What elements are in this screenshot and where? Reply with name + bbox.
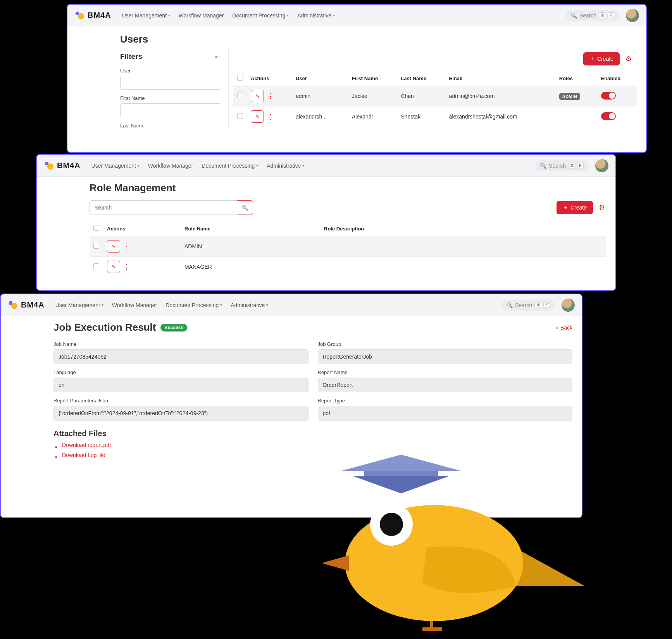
nav-administrative[interactable]: Administrative▾ xyxy=(231,302,268,308)
search-icon: 🔍 xyxy=(540,163,546,169)
brand: BM4A xyxy=(8,300,45,310)
download-report-link[interactable]: ⭳ Download report.pdf xyxy=(53,442,572,448)
users-content: Users Filters ⇤ User First Name Last Nam… xyxy=(67,26,646,134)
edit-button[interactable]: ✎ xyxy=(251,110,264,123)
row-checkbox[interactable] xyxy=(93,263,99,269)
edit-button[interactable]: ✎ xyxy=(107,240,120,253)
nav-links: User Management▾ Workflow Manager Docume… xyxy=(91,163,305,169)
select-all-checkbox[interactable] xyxy=(93,225,99,231)
create-button[interactable]: ＋ Create xyxy=(583,52,620,65)
nav-workflow-manager[interactable]: Workflow Manager xyxy=(112,302,157,308)
enabled-toggle[interactable] xyxy=(601,112,616,120)
edit-button[interactable]: ✎ xyxy=(107,261,120,273)
nav-document-processing[interactable]: Document Processing▾ xyxy=(165,302,222,308)
table-row[interactable]: ✎ ⋮ admin Jackie Chan admin@bm4a.com ADM… xyxy=(233,86,637,106)
gear-icon[interactable]: ⚙ xyxy=(624,55,633,63)
users-table: Actions User First Name Last Name Email … xyxy=(233,71,637,127)
row-checkbox[interactable] xyxy=(93,243,99,249)
more-actions-icon[interactable]: ⋮ xyxy=(267,92,274,100)
global-search[interactable]: 🔍 Search ⌘K xyxy=(501,300,555,311)
edit-button[interactable]: ✎ xyxy=(251,90,264,102)
cell-role-desc xyxy=(320,236,606,257)
role-search-input[interactable] xyxy=(90,200,237,215)
cell-role-name: MANAGER xyxy=(181,257,320,277)
page-title: Users xyxy=(120,33,637,45)
chevron-down-icon: ▾ xyxy=(138,163,140,168)
table-row[interactable]: ✎ ⋮ ADMIN xyxy=(90,236,606,257)
download-icon: ⭳ xyxy=(53,442,59,448)
window-job-result: BM4A User Management▾ Workflow Manager D… xyxy=(0,294,582,518)
create-button[interactable]: ＋ Create xyxy=(557,201,593,214)
pencil-icon: ✎ xyxy=(112,264,116,270)
nav-document-processing[interactable]: Document Processing▾ xyxy=(202,163,258,169)
brand: BM4A xyxy=(74,10,111,21)
nav-workflow-manager[interactable]: Workflow Manager xyxy=(148,163,193,169)
avatar[interactable] xyxy=(562,299,575,312)
search-placeholder: Search xyxy=(579,12,596,19)
pencil-icon: ✎ xyxy=(255,93,260,99)
brand-text: BM4A xyxy=(57,161,81,170)
cell-user: alexandrsh... xyxy=(292,106,348,127)
role-search-button[interactable]: 🔍 xyxy=(237,200,253,215)
filter-user-input[interactable] xyxy=(120,76,221,90)
filter-firstname-input[interactable] xyxy=(120,103,221,117)
nav-user-management[interactable]: User Management▾ xyxy=(91,163,140,169)
table-row[interactable]: ✎ ⋮ alexandrsh... Alexandr Shestak alexa… xyxy=(233,106,637,127)
nav-administrative[interactable]: Administrative▾ xyxy=(267,163,304,169)
nav-user-management[interactable]: User Management▾ xyxy=(122,12,170,19)
language-value: en xyxy=(53,378,308,392)
svg-marker-10 xyxy=(322,555,349,571)
back-link[interactable]: « Back xyxy=(556,325,572,331)
chevron-down-icon: ▾ xyxy=(287,13,289,17)
col-actions: Actions xyxy=(247,71,292,86)
search-icon: 🔍 xyxy=(570,12,577,19)
search-icon: 🔍 xyxy=(506,302,513,308)
nav-document-processing[interactable]: Document Processing▾ xyxy=(232,12,289,19)
row-checkbox[interactable] xyxy=(237,113,243,119)
nav-user-management[interactable]: User Management▾ xyxy=(55,302,103,308)
chevron-down-icon: ▾ xyxy=(256,163,258,168)
more-actions-icon[interactable]: ⋮ xyxy=(267,112,274,121)
search-shortcut: ⌘K xyxy=(568,163,584,168)
status-badge: Success xyxy=(160,324,187,332)
global-search[interactable]: 🔍 Search ⌘K xyxy=(535,160,588,171)
brand-logo-icon xyxy=(74,10,84,21)
topbar: BM4A User Management▾ Workflow Manager D… xyxy=(37,155,615,177)
avatar[interactable] xyxy=(626,9,639,22)
search-placeholder: Search xyxy=(515,302,532,308)
more-actions-icon[interactable]: ⋮ xyxy=(123,263,130,271)
filter-lastname-label: Last Name xyxy=(120,123,221,129)
cell-last: Chan xyxy=(397,86,445,106)
brand-logo-icon xyxy=(44,161,54,171)
collapse-filters-icon[interactable]: ⇤ xyxy=(215,53,220,60)
create-button-label: Create xyxy=(570,204,587,211)
reportname-value: OrderReport xyxy=(318,378,573,392)
more-actions-icon[interactable]: ⋮ xyxy=(123,242,130,251)
row-checkbox[interactable] xyxy=(237,93,243,98)
filters-panel: Filters ⇤ User First Name Last Name xyxy=(120,49,229,129)
users-main: ＋ Create ⚙ Actions User First Name Last … xyxy=(229,49,637,129)
select-all-checkbox[interactable] xyxy=(237,75,243,81)
col-role-name: Role Name xyxy=(181,221,320,236)
download-log-label: Download Log file xyxy=(62,452,105,458)
nav-administrative[interactable]: Administrative▾ xyxy=(297,12,335,19)
attached-files-title: Attached Files xyxy=(53,429,572,438)
topbar: BM4A User Management▾ Workflow Manager D… xyxy=(1,294,582,316)
gear-icon[interactable]: ⚙ xyxy=(598,203,606,212)
brand-logo-icon xyxy=(8,300,18,310)
table-row[interactable]: ✎ ⋮ MANAGER xyxy=(90,257,606,277)
download-log-link[interactable]: ⭳ Download Log file xyxy=(53,452,572,458)
cell-first: Jackie xyxy=(348,86,397,106)
job-form: Job Name Job1727085424062 Job Group Repo… xyxy=(53,339,572,421)
filter-firstname-label: First Name xyxy=(120,95,221,101)
avatar[interactable] xyxy=(595,159,608,172)
cell-last: Shestak xyxy=(397,106,445,127)
jobgroup-value: ReportGeneratorJob xyxy=(318,349,573,364)
search-placeholder: Search xyxy=(549,163,566,169)
nav-workflow-manager[interactable]: Workflow Manager xyxy=(179,12,224,19)
col-actions: Actions xyxy=(103,221,181,236)
global-search[interactable]: 🔍 Search ⌘K xyxy=(566,10,619,21)
col-roles: Roles xyxy=(555,71,597,86)
svg-marker-8 xyxy=(508,544,585,586)
enabled-toggle[interactable] xyxy=(601,92,616,100)
